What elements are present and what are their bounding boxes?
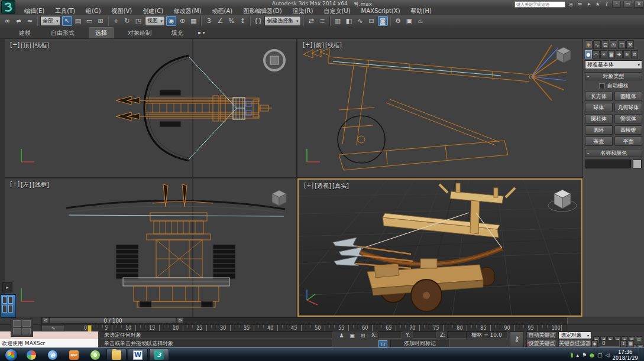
snap-toggle-3d[interactable]: 3 bbox=[204, 16, 214, 26]
taskbar-3ds-max[interactable]: 3 bbox=[149, 349, 169, 361]
select-and-manipulate-button[interactable]: ⊕ bbox=[177, 16, 187, 26]
render-production-button[interactable]: ♨ bbox=[416, 16, 426, 26]
object-type-button[interactable]: 管状体 bbox=[614, 114, 642, 123]
taskbar-clock[interactable]: 17:36 2018/1/29 bbox=[612, 349, 638, 361]
menu-item[interactable]: 动画(A) bbox=[207, 7, 238, 15]
create-tab[interactable]: ∗ bbox=[585, 40, 593, 49]
select-object-button[interactable]: ↖ bbox=[62, 16, 72, 26]
rectangular-selection-region-button[interactable]: ▭ bbox=[85, 16, 95, 26]
select-and-link-button[interactable]: ∞ bbox=[2, 16, 12, 26]
material-editor-button[interactable]: ◙ bbox=[378, 16, 388, 26]
viewport-menu-plus[interactable]: [+] bbox=[304, 182, 313, 190]
spinner-icon[interactable]: ↕ bbox=[620, 340, 627, 347]
absolute-mode-toggle[interactable]: ⊞ bbox=[358, 332, 367, 339]
selection-lock-toggle[interactable]: ▣ bbox=[348, 332, 357, 339]
angle-snap-toggle[interactable]: ∠ bbox=[215, 16, 225, 26]
ribbon-tab[interactable]: 选择 bbox=[89, 27, 114, 38]
viewport-menu-plus[interactable]: [+] bbox=[10, 181, 20, 189]
tray-action-center-icon[interactable]: ⚑ bbox=[582, 352, 587, 358]
object-type-button[interactable]: 平面 bbox=[614, 136, 642, 146]
auto-key-button[interactable]: 自动关键点 bbox=[526, 331, 557, 339]
ribbon-collapse-button[interactable]: ▪ ▾ bbox=[198, 30, 205, 35]
spinner-snap-toggle[interactable]: ↕ bbox=[238, 16, 248, 26]
menu-item[interactable]: 视图(V) bbox=[106, 7, 138, 15]
maxscript-mini-listener-output[interactable]: 欢迎使用 MAXScr bbox=[0, 339, 98, 347]
space-warps-category[interactable]: ≋ bbox=[623, 50, 630, 58]
taskbar-pdf-app[interactable]: PDF bbox=[64, 349, 84, 361]
current-frame-field[interactable]: 0 bbox=[600, 340, 620, 347]
hierarchy-tab[interactable]: ⊟ bbox=[601, 40, 609, 49]
mirror-button[interactable]: ⇄ bbox=[306, 16, 316, 26]
show-desktop-button[interactable] bbox=[639, 348, 644, 361]
start-button[interactable] bbox=[2, 349, 20, 361]
manage-layers-button[interactable]: ▥ bbox=[333, 16, 343, 26]
ribbon-tab[interactable]: 对象绘制 bbox=[122, 28, 157, 38]
select-and-scale-button[interactable]: ◳ bbox=[134, 16, 144, 26]
curve-editor-button[interactable]: ∿ bbox=[355, 16, 365, 26]
viewport-shading-label[interactable]: [线框] bbox=[33, 41, 49, 50]
close-button[interactable]: × bbox=[635, 1, 643, 8]
viewport-view-label[interactable]: [前] bbox=[313, 41, 324, 50]
key-filters-button[interactable]: 关键点过滤器... bbox=[558, 340, 591, 347]
x-coordinate-field[interactable] bbox=[378, 331, 402, 339]
rollout-object-type[interactable]: - 对象类型 bbox=[585, 72, 642, 80]
object-type-button[interactable]: 圆柱体 bbox=[585, 114, 613, 123]
time-configuration-button[interactable]: ▦ bbox=[627, 340, 634, 347]
use-pivot-point-center-button[interactable]: ◉ bbox=[166, 16, 176, 26]
utilities-tab[interactable]: ⚒ bbox=[626, 40, 634, 49]
set-keys-button[interactable]: ⚷ bbox=[510, 331, 524, 347]
viewport-front[interactable]: [+] [前] [线框] bbox=[297, 39, 582, 177]
helpers-category[interactable]: ✚ bbox=[616, 50, 623, 58]
viewport-menu-plus[interactable]: [+] bbox=[10, 41, 20, 50]
tray-usb-icon[interactable]: ▮ bbox=[571, 352, 574, 358]
ribbon-tab[interactable]: 建模 bbox=[13, 28, 37, 38]
object-type-button[interactable]: 圆锥体 bbox=[614, 92, 642, 101]
viewport-shading-label[interactable]: [线框] bbox=[325, 41, 342, 50]
communication-center-icon[interactable]: ✦ bbox=[585, 2, 592, 7]
isolate-selection-toggle[interactable]: ♟ bbox=[337, 332, 346, 339]
object-type-button[interactable]: 圆环 bbox=[585, 125, 613, 135]
cameras-category[interactable]: ◙ bbox=[608, 50, 615, 58]
geometry-category[interactable]: ● bbox=[585, 50, 592, 58]
minimize-button[interactable]: – bbox=[612, 1, 621, 8]
set-key-mode-button[interactable]: 设置关键点 bbox=[526, 340, 557, 347]
named-selection-sets-dropdown[interactable]: 创建选择集 ▾ bbox=[264, 16, 301, 26]
object-type-button[interactable]: 茶壶 bbox=[585, 136, 613, 146]
autogrid-checkbox[interactable] bbox=[599, 83, 605, 89]
viewport-shading-label[interactable]: [真实] bbox=[332, 182, 349, 190]
taskbar-green-app[interactable] bbox=[85, 349, 105, 361]
viewport-view-label[interactable]: [透视] bbox=[315, 182, 331, 190]
percent-snap-toggle[interactable]: % bbox=[226, 16, 237, 26]
display-tab[interactable]: □ bbox=[618, 40, 626, 49]
modify-tab[interactable]: ∿ bbox=[593, 40, 601, 49]
edit-named-selection-sets-button[interactable]: {} bbox=[253, 16, 263, 26]
add-time-tag-button[interactable]: 添加时间标记 bbox=[390, 340, 449, 347]
menu-item[interactable]: 组(G) bbox=[80, 7, 106, 15]
taskbar-word[interactable]: W bbox=[128, 349, 148, 361]
align-button[interactable]: ≡ bbox=[318, 16, 328, 26]
viewport-shading-label[interactable]: [线框] bbox=[33, 181, 49, 189]
time-slider-thumb[interactable]: 0 / 100 bbox=[50, 317, 176, 324]
select-and-rotate-button[interactable]: ↻ bbox=[122, 16, 132, 26]
lights-category[interactable]: ☀ bbox=[600, 50, 607, 58]
systems-category[interactable]: ⚙ bbox=[631, 50, 638, 58]
viewport-layout-grid-button[interactable] bbox=[11, 318, 33, 337]
object-type-button[interactable]: 几何球体 bbox=[614, 103, 642, 112]
favorites-icon[interactable]: ★ bbox=[594, 2, 601, 7]
next-frame-arrow[interactable]: > bbox=[177, 317, 184, 324]
taskbar-pinwheel-app[interactable] bbox=[21, 349, 41, 361]
viewport-menu-plus[interactable]: [+] bbox=[303, 41, 312, 50]
menu-item[interactable]: 编辑(E) bbox=[19, 7, 50, 15]
bind-to-space-warp-button[interactable]: ≈ bbox=[25, 16, 35, 26]
restore-button[interactable]: ▭ bbox=[623, 1, 632, 8]
3dsmax-logo[interactable] bbox=[1, 0, 15, 14]
viewport-perspective[interactable]: [+] [透视] [真实] bbox=[297, 178, 582, 317]
viewport-top[interactable]: [+] [顶] [线框] bbox=[5, 39, 296, 177]
grid-display-toggle[interactable]: ⊡ bbox=[378, 340, 387, 347]
viewport-layout-flyout-button[interactable]: ▸ bbox=[2, 282, 12, 292]
tray-show-hidden-icon[interactable]: ▴ bbox=[577, 352, 580, 358]
object-name-input[interactable] bbox=[585, 160, 631, 168]
previous-frame-arrow[interactable]: < bbox=[42, 317, 49, 324]
track-bar-ruler[interactable] bbox=[88, 324, 567, 331]
object-class-dropdown[interactable]: 标准基本体 ▾ bbox=[585, 60, 642, 69]
